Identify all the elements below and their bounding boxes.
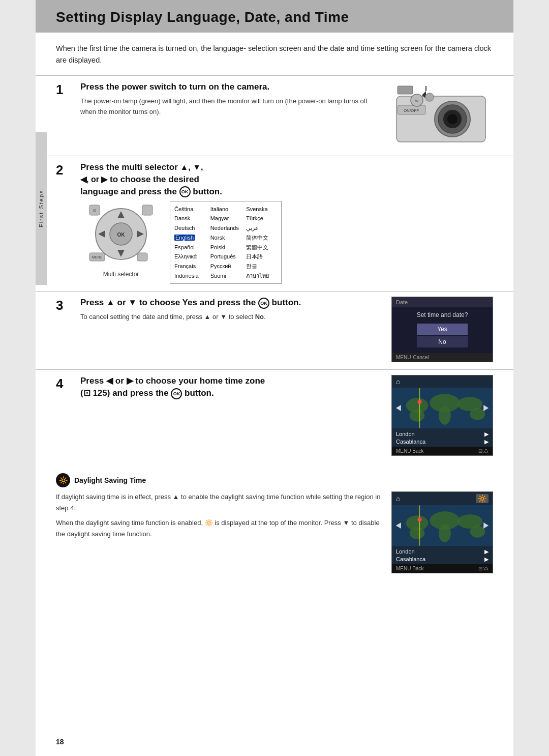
lang-row-3: English Norsk 简体中文 xyxy=(174,233,277,243)
lang-cell: ภาษาไทย xyxy=(246,271,277,281)
world-footer-right-2: ⊡:♺ xyxy=(478,566,489,571)
lang-cell: English xyxy=(174,233,205,243)
step-4-image: ⌂ xyxy=(391,375,493,456)
world-map-2 xyxy=(392,505,493,546)
step-4-or: or xyxy=(113,376,126,386)
world-footer-left: MENU Back xyxy=(396,448,423,454)
lang-cell: 简体中文 xyxy=(246,233,277,243)
step-3-pre: Press xyxy=(80,298,106,307)
svg-point-34 xyxy=(417,400,421,404)
home-icon-2: ⌂ xyxy=(396,495,400,503)
camera-top-svg: ON/OFF W xyxy=(391,81,493,147)
step-4-title: Press ◀ or ▶ to choose your home time zo… xyxy=(80,375,381,399)
date-screen-footer: MENU Cancel xyxy=(392,353,493,362)
city-name: Casablanca xyxy=(396,439,425,445)
page: Setting Display Language, Date, and Time… xyxy=(36,0,513,756)
step-4: 4 Press ◀ or ▶ to choose your home time … xyxy=(36,369,513,461)
world-city-london-2: London ▶ xyxy=(396,548,489,556)
step-3-image: Date Set time and date? Yes No MENU Canc… xyxy=(391,297,493,362)
daylight-note: 🔆 Daylight Saving Time If daylight savin… xyxy=(36,465,513,581)
date-footer-cancel: Cancel xyxy=(413,355,429,360)
svg-point-32 xyxy=(470,408,485,420)
note-body-row: If daylight saving time is in effect, pr… xyxy=(56,491,493,573)
svg-point-28 xyxy=(410,410,425,422)
note-p2-mid: is displayed at the top of the monitor. … xyxy=(213,519,343,527)
lang-cell: 日本語 xyxy=(246,252,277,261)
lang-row-4: Español Polski 繁體中文 xyxy=(174,243,277,252)
date-screen-title: Date xyxy=(392,297,493,307)
ok-button-icon-4: OK xyxy=(171,388,182,399)
step-3: 3 Press ▲ or ▼ to choose Yes and press t… xyxy=(36,291,513,367)
svg-point-41 xyxy=(439,524,451,542)
lang-row-1: Dansk Magyar Türkçe xyxy=(174,214,277,223)
lang-cell: عربي xyxy=(246,223,277,233)
svg-point-11 xyxy=(425,93,434,101)
svg-text:OK: OK xyxy=(117,232,126,238)
city-name-2b: Casablanca xyxy=(396,556,425,563)
world-map-1 xyxy=(392,388,493,428)
city-arrow: ▶ xyxy=(484,439,489,445)
page-header: Setting Display Language, Date, and Time xyxy=(36,0,513,33)
note-p1-pre: If daylight saving time is in effect, pr… xyxy=(56,493,173,501)
step-4-number: 4 xyxy=(56,376,70,392)
lang-row-6: Français Русский 한글 xyxy=(174,261,277,271)
note-header: 🔆 Daylight Saving Time xyxy=(56,473,493,487)
svg-text:MENU: MENU xyxy=(92,255,103,259)
dst-icon: 🔆 xyxy=(476,494,489,503)
date-question: Set time and date? xyxy=(396,311,489,318)
note-p1-arrow: ▲ xyxy=(173,493,179,501)
note-texts: If daylight saving time is in effect, pr… xyxy=(56,491,381,539)
step-2-number: 2 xyxy=(56,162,70,178)
note-p2-pre: When the daylight saving time function i… xyxy=(56,519,205,527)
lang-cell: Čeština xyxy=(174,205,205,214)
note-title: Daylight Saving Time xyxy=(74,476,146,484)
svg-text:W: W xyxy=(415,99,419,103)
city-arrow-2b: ▶ xyxy=(484,556,489,563)
date-screen-body: Set time and date? Yes No xyxy=(392,307,493,353)
step-2-title: Press the multi selector ▲, ▼,◀, or ▶ to… xyxy=(80,161,493,197)
world-footer-left-2: MENU Back xyxy=(396,566,423,571)
date-footer-menu: MENU xyxy=(396,355,411,360)
multi-selector-label: Multi selector xyxy=(80,271,162,278)
step-2-visuals: OK ⊡ xyxy=(80,201,493,284)
lang-cell: Polski xyxy=(210,243,241,252)
step-1-content: Press the power switch to turn on the ca… xyxy=(80,81,381,117)
lang-cell: Français xyxy=(174,261,205,271)
step-2: 2 Press the multi selector ▲, ▼,◀, or ▶ … xyxy=(36,156,513,289)
ok-button-icon-3: OK xyxy=(258,298,269,309)
step-2-content: Press the multi selector ▲, ▼,◀, or ▶ to… xyxy=(80,161,493,284)
world-screen-header-2: ⌂ 🔆 xyxy=(392,492,493,505)
step-3-desc-arrows: ▲ or ▼ xyxy=(204,313,227,321)
step-1-image: ON/OFF W xyxy=(391,81,493,149)
world-map-svg-2 xyxy=(392,505,493,546)
step-1-title: Press the power switch to turn on the ca… xyxy=(80,81,381,93)
lang-cell: 繁體中文 xyxy=(246,243,277,252)
step-3-mid: to choose Yes and press the xyxy=(137,298,258,307)
multi-selector-svg: OK ⊡ xyxy=(85,201,157,267)
step-3-number: 3 xyxy=(56,298,70,313)
ok-button-icon-2: OK xyxy=(179,186,191,197)
step-4-right: ▶ xyxy=(127,376,133,386)
note-icon: 🔆 xyxy=(56,473,70,487)
step-3-desc: To cancel setting the date and time, pre… xyxy=(80,312,381,323)
step-4-final: button. xyxy=(182,388,214,398)
world-city-london: London ▶ xyxy=(396,430,489,438)
world-screen-1: ⌂ xyxy=(391,375,493,456)
lang-cell: Norsk xyxy=(210,233,241,243)
world-screen-footer-1: MENU Back ⊡:♺ xyxy=(392,447,493,455)
note-world-screen: ⌂ 🔆 xyxy=(391,491,493,573)
lang-cell: Dansk xyxy=(174,214,205,223)
page-title: Setting Display Language, Date, and Time xyxy=(56,9,493,25)
lang-row-0: Čeština Italiano Svenska xyxy=(174,205,277,214)
lang-cell: 한글 xyxy=(246,261,277,271)
svg-point-30 xyxy=(439,406,451,425)
world-footer-right: ⊡:♺ xyxy=(478,448,489,454)
step-2-title-pre: Press the multi selector xyxy=(80,162,180,172)
step-1: 1 Press the power switch to turn on the … xyxy=(36,75,513,154)
multi-selector-image: OK ⊡ xyxy=(80,201,162,278)
world-cities-2: London ▶ Casablanca ▶ xyxy=(392,546,493,564)
world-screen-footer-2: MENU Back ⊡:♺ xyxy=(392,564,493,573)
lang-cell: Magyar xyxy=(210,214,241,223)
step-4-content: Press ◀ or ▶ to choose your home time zo… xyxy=(80,375,381,402)
lang-cell: Italiano xyxy=(210,205,241,214)
